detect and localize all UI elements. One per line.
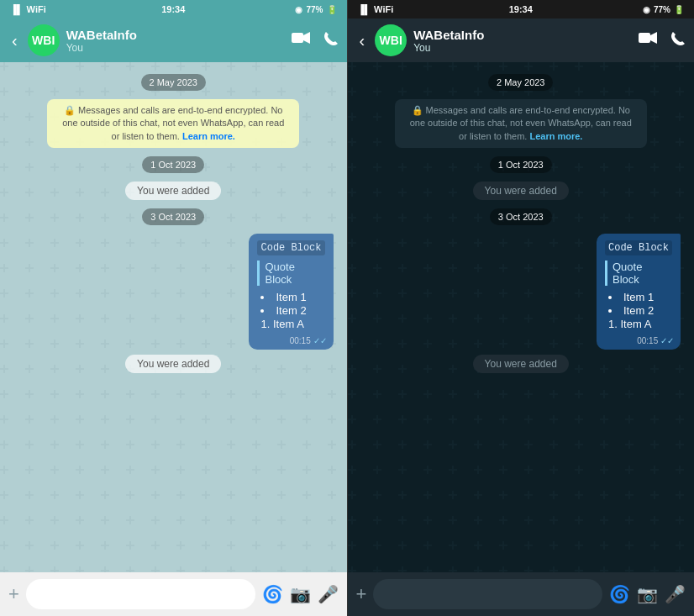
- quote-line-1-light: Quote: [265, 261, 324, 273]
- camera-icon-light[interactable]: 📷: [290, 584, 311, 604]
- quote-line-2-light: Block: [265, 273, 324, 286]
- avatar-light: WBI: [28, 24, 60, 56]
- status-bar-light: ▐▌ WiFi 19:34 ◉ 77% 🔋: [0, 0, 347, 18]
- quote-line-2-dark: Block: [613, 273, 672, 286]
- status-right: ◉ 77% 🔋: [295, 5, 336, 14]
- chat-header-light: ‹ WBI WABetaInfo You: [0, 18, 347, 62]
- date-chip-oct1-dark: 1 Oct 2023: [490, 156, 552, 173]
- header-icons-light: [292, 31, 339, 50]
- contact-sub-dark: You: [413, 42, 632, 54]
- mic-icon-dark[interactable]: 🎤: [665, 584, 686, 604]
- date-chip-oct3-light: 3 Oct 2023: [142, 208, 204, 225]
- contact-name-light: WABetaInfo: [66, 28, 285, 42]
- added-chip-1-light: You were added: [125, 182, 221, 200]
- phone-call-icon[interactable]: [323, 31, 339, 50]
- svg-rect-2: [639, 33, 650, 43]
- video-call-icon-dark[interactable]: [639, 31, 657, 50]
- header-info-dark: WABetaInfo You: [413, 28, 632, 54]
- chat-body-light: 2 May 2023 🔒 Messages and calls are end-…: [0, 62, 347, 616]
- phone-call-icon-dark[interactable]: [670, 31, 686, 50]
- battery-icon-dark: 🔋: [674, 5, 684, 14]
- mic-icon-light[interactable]: 🎤: [318, 584, 339, 604]
- message-time-dark: 00:15 ✓✓: [637, 336, 674, 345]
- message-bubble-dark: Code Block Quote Block Item 1 Item 2 Ite…: [597, 234, 681, 350]
- read-ticks-light: ✓✓: [313, 336, 327, 345]
- plus-button-dark[interactable]: +: [356, 583, 367, 605]
- learn-more-link-dark[interactable]: Learn more.: [529, 131, 582, 141]
- svg-rect-0: [292, 33, 303, 43]
- quote-block-light: Quote Block: [257, 261, 324, 286]
- svg-marker-1: [303, 32, 310, 44]
- code-block-dark: Code Block: [605, 240, 672, 255]
- wifi-icon: WiFi: [27, 4, 46, 14]
- encryption-notice-dark: 🔒 Messages and calls are end-to-end encr…: [395, 99, 647, 148]
- dark-panel: ▐▌ WiFi 19:34 ◉ 77% 🔋 ‹ WBI WABetaInfo Y…: [348, 0, 695, 616]
- unordered-list-dark: Item 1 Item 2: [605, 291, 672, 317]
- list-item-1-light: Item 1: [260, 291, 324, 303]
- learn-more-link-light[interactable]: Learn more.: [182, 131, 235, 141]
- contact-name-dark: WABetaInfo: [413, 28, 632, 42]
- time-label-dark: 00:15: [637, 336, 658, 345]
- header-info-light: WABetaInfo You: [66, 28, 285, 54]
- contact-sub-light: You: [66, 42, 285, 54]
- read-ticks-dark: ✓✓: [660, 336, 674, 345]
- ordered-list-light: Item A: [257, 318, 324, 330]
- ordered-list-dark: Item A: [605, 318, 672, 330]
- plus-button-light[interactable]: +: [8, 583, 19, 605]
- header-icons-dark: [639, 31, 686, 50]
- date-chip-oct1-light: 1 Oct 2023: [142, 156, 204, 173]
- code-block-light: Code Block: [257, 240, 324, 255]
- message-time-light: 00:15 ✓✓: [290, 336, 327, 345]
- input-bar-light: + 🌀 📷 🎤: [0, 572, 347, 616]
- unordered-list-light: Item 1 Item 2: [257, 291, 324, 317]
- location-icon: ◉: [295, 5, 302, 14]
- svg-marker-3: [650, 32, 657, 44]
- encryption-notice-light: 🔒 Messages and calls are end-to-end encr…: [47, 99, 299, 148]
- back-button-dark[interactable]: ‹: [356, 31, 369, 50]
- sticker-icon-dark[interactable]: 🌀: [609, 584, 630, 604]
- quote-block-dark: Quote Block: [605, 261, 672, 286]
- status-bar-dark: ▐▌ WiFi 19:34 ◉ 77% 🔋: [348, 0, 695, 18]
- date-chip-oct3-dark: 3 Oct 2023: [490, 208, 552, 225]
- message-bubble-light: Code Block Quote Block Item 1 Item 2 Ite…: [249, 234, 333, 350]
- signal-icon-dark: ▐▌: [358, 4, 371, 14]
- avatar-dark: WBI: [375, 24, 407, 56]
- light-panel: ▐▌ WiFi 19:34 ◉ 77% 🔋 ‹ WBI WABetaInfo Y…: [0, 0, 347, 616]
- status-right-dark: ◉ 77% 🔋: [643, 5, 684, 14]
- added-chip-2-dark: You were added: [473, 355, 569, 373]
- message-input-light[interactable]: [26, 579, 255, 609]
- added-chip-1-dark: You were added: [473, 182, 569, 200]
- status-time-dark: 19:34: [509, 4, 533, 14]
- time-label-light: 00:15: [290, 336, 311, 345]
- signal-icon: ▐▌: [10, 4, 24, 14]
- date-chip-may-dark: 2 May 2023: [488, 74, 553, 91]
- back-button[interactable]: ‹: [8, 31, 21, 50]
- date-chip-may-light: 2 May 2023: [141, 74, 206, 91]
- status-left: ▐▌ WiFi: [10, 4, 46, 14]
- quote-line-1-dark: Quote: [613, 261, 672, 273]
- ordered-item-1-dark: Item A: [608, 318, 672, 330]
- chat-header-dark: ‹ WBI WABetaInfo You: [348, 18, 695, 62]
- camera-icon-dark[interactable]: 📷: [637, 584, 658, 604]
- message-input-dark[interactable]: [373, 579, 602, 609]
- location-icon-dark: ◉: [643, 5, 650, 14]
- list-item-2-light: Item 2: [260, 304, 324, 317]
- wifi-icon-dark: WiFi: [374, 4, 393, 14]
- status-left-dark: ▐▌ WiFi: [358, 4, 394, 14]
- battery-percent-dark: 77%: [654, 5, 670, 14]
- sticker-icon-light[interactable]: 🌀: [262, 584, 283, 604]
- video-call-icon[interactable]: [292, 31, 310, 50]
- ordered-item-1-light: Item A: [260, 318, 324, 330]
- battery-icon: 🔋: [327, 5, 337, 14]
- status-time: 19:34: [161, 4, 185, 14]
- input-bar-dark: + 🌀 📷 🎤: [348, 572, 695, 616]
- chat-body-dark: 2 May 2023 🔒 Messages and calls are end-…: [348, 62, 695, 616]
- added-chip-2-light: You were added: [125, 355, 221, 373]
- list-item-1-dark: Item 1: [608, 291, 672, 303]
- list-item-2-dark: Item 2: [608, 304, 672, 317]
- battery-percent: 77%: [306, 5, 323, 14]
